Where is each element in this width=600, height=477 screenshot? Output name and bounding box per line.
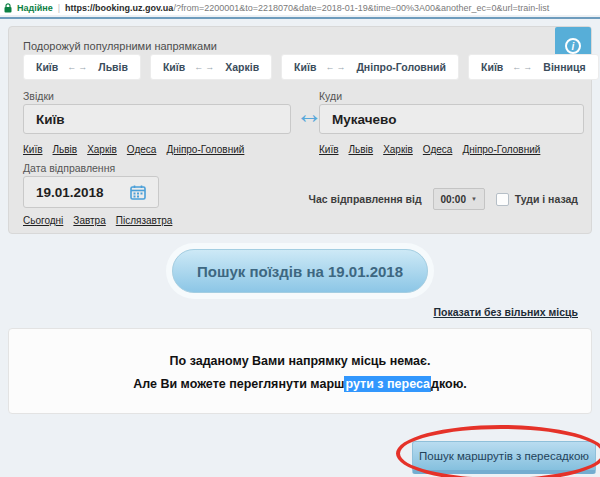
popular-route-button-kharkiv[interactable]: Київ ←→ Харків: [150, 54, 272, 80]
info-icon: i: [565, 38, 581, 54]
popular-routes-row: Київ ←→ Львів Київ ←→ Харків Київ ←→ Дні…: [23, 54, 600, 80]
station-link[interactable]: Одеса: [127, 144, 157, 155]
no-seats-message-card: По заданому Вами напрямку місць немає. А…: [8, 328, 592, 414]
shortcut-tomorrow-link[interactable]: Завтра: [73, 215, 105, 226]
route-from: Київ: [163, 61, 185, 73]
roundtrip-checkbox[interactable]: [496, 193, 509, 206]
time-value: 00:00: [440, 194, 466, 205]
route-arrows-icon: ←→: [194, 62, 216, 72]
site-top-border: [0, 17, 600, 19]
route-from: Київ: [36, 61, 58, 73]
search-form-card: Подорожуй популярними напрямками i Київ …: [8, 26, 592, 234]
date-shortcut-links: Сьогодні Завтра Післязавтра: [23, 215, 172, 226]
from-station-quick-links: Київ Львів Харків Одеса Дніпро-Головний: [23, 144, 244, 155]
shortcut-aftertomorrow-link[interactable]: Післязавтра: [116, 215, 173, 226]
to-station-input[interactable]: Мукачево: [319, 104, 584, 134]
station-link[interactable]: Київ: [23, 144, 43, 155]
station-link[interactable]: Дніпро-Головний: [166, 144, 244, 155]
to-station-quick-links: Київ Львів Харків Одеса Дніпро-Головний: [319, 144, 540, 155]
search-transfer-routes-button[interactable]: Пошук маршрутів з пересадкою: [412, 441, 596, 474]
browser-screenshot: Надійне | https://booking.uz.gov.ua/?fro…: [0, 0, 600, 477]
from-station-input[interactable]: Київ: [23, 104, 291, 134]
station-link[interactable]: Харків: [87, 144, 117, 155]
page-url: https://booking.uz.gov.ua/?from=2200001&…: [65, 3, 549, 13]
station-link[interactable]: Львів: [349, 144, 374, 155]
popular-routes-heading: Подорожуй популярними напрямками: [23, 40, 217, 52]
time-select[interactable]: 00:00 ▼: [433, 188, 485, 210]
station-link[interactable]: Харків: [383, 144, 413, 155]
shortcut-today-link[interactable]: Сьогодні: [23, 215, 63, 226]
route-to: Вінниця: [543, 61, 585, 73]
popular-route-button-vinnytsia[interactable]: Київ ←→ Вінниця: [468, 54, 599, 80]
route-from: Київ: [294, 61, 316, 73]
route-from: Київ: [481, 61, 503, 73]
security-label: Надійне: [17, 3, 53, 13]
message-line-2-pre: Але Ви можете переглянути марш: [133, 377, 344, 391]
station-link[interactable]: Одеса: [423, 144, 453, 155]
roundtrip-option: Туди і назад: [496, 193, 578, 206]
time-field-label: Час відправлення від: [309, 193, 422, 205]
search-trains-button[interactable]: Пошук поїздів на 19.01.2018: [172, 249, 428, 293]
route-arrows-icon: ←→: [67, 62, 89, 72]
lock-icon: [4, 3, 12, 13]
route-to: Дніпро-Головний: [356, 61, 446, 73]
route-arrows-icon: ←→: [325, 62, 347, 72]
url-host: https://booking.uz.gov.ua: [65, 3, 173, 13]
departure-time-row: Час відправлення від 00:00 ▼ Туди і наза…: [309, 188, 578, 210]
popular-route-button-lviv[interactable]: Київ ←→ Львів: [23, 54, 141, 80]
to-field-label: Куди: [319, 90, 342, 102]
message-line-1: По заданому Вами напрямку місць немає.: [9, 350, 591, 373]
route-to: Харків: [225, 61, 259, 73]
message-line-2: Але Ви можете переглянути маршрути з пер…: [9, 373, 591, 396]
message-line-2-post: дкою.: [431, 377, 467, 391]
station-link[interactable]: Київ: [319, 144, 339, 155]
show-without-seats-link[interactable]: Показати без вільних місць: [433, 306, 578, 318]
route-arrows-icon: ←→: [512, 62, 534, 72]
from-field-label: Звідки: [23, 90, 54, 102]
station-link[interactable]: Львів: [53, 144, 78, 155]
roundtrip-label: Туди і назад: [515, 193, 578, 205]
route-to: Львів: [98, 61, 128, 73]
calendar-icon[interactable]: [130, 185, 146, 200]
url-separator: |: [58, 3, 60, 13]
date-value: 19.01.2018: [36, 185, 104, 200]
url-query: /?from=2200001&to=2218070&date=2018-01-1…: [173, 3, 549, 13]
address-bar[interactable]: Надійне | https://booking.uz.gov.ua/?fro…: [0, 0, 600, 15]
chevron-down-icon: ▼: [471, 196, 477, 202]
date-input[interactable]: 19.01.2018: [23, 176, 159, 208]
station-link[interactable]: Дніпро-Головний: [462, 144, 540, 155]
selected-text: рути з переса: [344, 376, 431, 392]
popular-route-button-dnipro[interactable]: Київ ←→ Дніпро-Головний: [281, 54, 459, 80]
date-field-label: Дата відправлення: [23, 162, 115, 174]
